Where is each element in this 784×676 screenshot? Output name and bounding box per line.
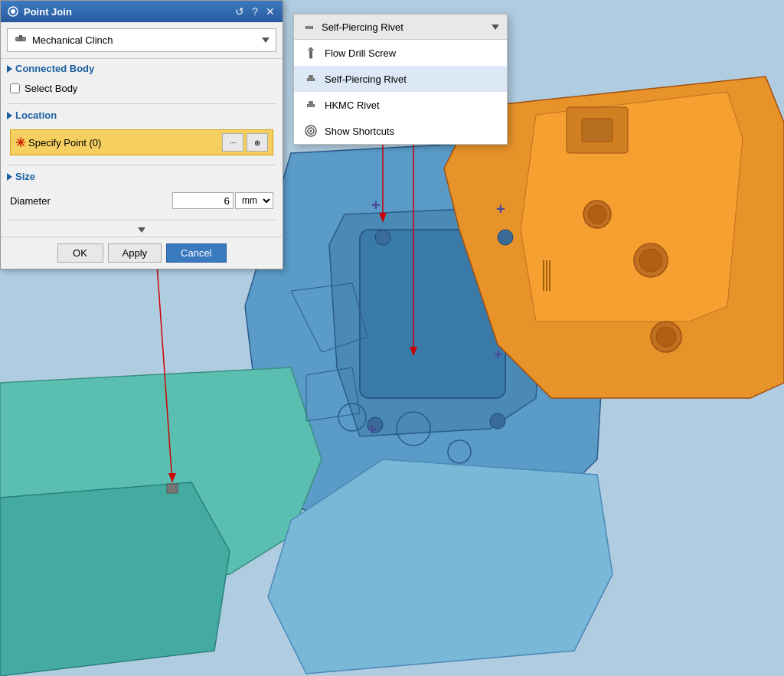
- svg-point-19: [588, 205, 606, 224]
- title-bar-left: Point Join: [7, 5, 72, 18]
- hkmc-rivet-label: HKMC Rivet: [325, 100, 380, 111]
- svg-point-35: [22, 38, 25, 41]
- hkmc-rivet-icon: [303, 97, 318, 113]
- type-dropdown-menu: Self-Piercing Rivet Flow Drill Screw Sel…: [293, 14, 508, 145]
- menu-item-self-piercing-rivet[interactable]: Self-Piercing Rivet: [294, 66, 507, 92]
- show-shortcuts-icon: [303, 123, 318, 139]
- type-label: Mechanical Clinch: [32, 34, 113, 46]
- size-section: Size Diameter mm in: [1, 167, 283, 218]
- svg-rect-36: [19, 35, 22, 37]
- size-expand-icon: [7, 173, 12, 181]
- menu-item-flow-drill-screw[interactable]: Flow Drill Screw: [294, 40, 507, 66]
- svg-rect-44: [309, 75, 313, 78]
- self-piercing-rivet-icon: [303, 71, 318, 87]
- svg-point-21: [639, 249, 662, 272]
- location-section: Location ✳ Specify Point (0) ··· ⊕: [1, 106, 283, 163]
- connected-body-label: Connected Body: [15, 63, 94, 74]
- svg-point-8: [498, 230, 513, 245]
- ok-button[interactable]: OK: [57, 243, 103, 263]
- select-body-row: Select Body: [10, 81, 273, 96]
- dialog-title: Point Join: [24, 6, 72, 18]
- svg-point-45: [308, 104, 311, 107]
- svg-point-7: [375, 230, 390, 245]
- select-body-label: Select Body: [24, 83, 77, 94]
- diameter-input[interactable]: [172, 192, 234, 209]
- help-button[interactable]: ?: [250, 5, 260, 18]
- menu-item-show-shortcuts[interactable]: Show Shortcuts: [294, 118, 507, 144]
- diameter-label: Diameter: [10, 195, 51, 207]
- svg-rect-39: [309, 47, 312, 57]
- cancel-button[interactable]: Cancel: [166, 243, 226, 263]
- svg-rect-24: [167, 484, 178, 493]
- svg-point-34: [16, 38, 19, 41]
- diameter-input-group: mm in: [172, 192, 273, 209]
- type-dropdown-value: Mechanical Clinch: [14, 32, 113, 48]
- type-dropdown-arrow: [262, 38, 270, 43]
- svg-point-10: [490, 413, 505, 429]
- svg-point-43: [311, 78, 314, 81]
- flow-drill-screw-icon: [303, 45, 318, 60]
- divider-1: [7, 103, 276, 104]
- divider-3: [7, 220, 276, 220]
- specify-point-label: Specify Point (0): [28, 137, 219, 149]
- title-bar-controls: ↺ ? ✕: [234, 5, 276, 18]
- location-header[interactable]: Location: [1, 106, 283, 125]
- size-content: Diameter mm in: [1, 186, 283, 218]
- location-content: ✳ Specify Point (0) ··· ⊕: [1, 125, 283, 163]
- svg-point-32: [11, 9, 15, 14]
- point-dots-button[interactable]: ···: [222, 133, 243, 152]
- svg-text:+: +: [496, 201, 505, 217]
- type-dropdown[interactable]: Mechanical Clinch: [7, 28, 276, 52]
- connected-body-content: Select Body: [1, 78, 283, 102]
- dialog-panel: Point Join ↺ ? ✕ Mechanical Clinch: [0, 0, 283, 269]
- svg-point-42: [308, 78, 311, 81]
- expand-more-button[interactable]: [1, 222, 283, 237]
- size-header[interactable]: Size: [1, 167, 283, 186]
- required-icon: ✳: [15, 136, 25, 150]
- dropdown-menu-header-inner: Self-Piercing Rivet: [302, 19, 403, 34]
- svg-rect-47: [309, 101, 313, 104]
- connected-body-expand-icon: [7, 65, 12, 73]
- diameter-row: Diameter mm in: [10, 189, 273, 212]
- connected-body-section: Connected Body Select Body: [1, 59, 283, 102]
- dialog-footer: OK Apply Cancel: [1, 237, 283, 269]
- connected-body-header[interactable]: Connected Body: [1, 59, 283, 78]
- menu-header-arrow: [492, 24, 499, 30]
- location-label: Location: [15, 109, 57, 121]
- menu-item-hkmc-rivet[interactable]: HKMC Rivet: [294, 92, 507, 118]
- menu-header-icon: [302, 19, 317, 34]
- specify-point-row[interactable]: ✳ Specify Point (0) ··· ⊕: [10, 129, 273, 155]
- dropdown-menu-header[interactable]: Self-Piercing Rivet: [294, 15, 507, 40]
- close-button[interactable]: ✕: [264, 5, 276, 18]
- show-shortcuts-label: Show Shortcuts: [325, 126, 394, 137]
- svg-marker-40: [309, 57, 313, 59]
- divider-2: [7, 165, 276, 165]
- svg-point-23: [656, 327, 676, 347]
- select-body-checkbox[interactable]: [10, 83, 20, 93]
- svg-text:+: +: [368, 421, 377, 438]
- location-expand-icon: [7, 112, 12, 119]
- size-label: Size: [15, 171, 35, 182]
- reset-button[interactable]: ↺: [234, 5, 246, 18]
- svg-rect-6: [582, 119, 612, 142]
- point-join-icon: [7, 5, 19, 18]
- self-piercing-rivet-label: Self-Piercing Rivet: [325, 73, 407, 85]
- svg-text:+: +: [494, 346, 503, 363]
- svg-text:+: +: [371, 197, 381, 214]
- svg-rect-41: [308, 49, 314, 51]
- type-selector: Mechanical Clinch: [1, 22, 283, 59]
- flow-drill-screw-label: Flow Drill Screw: [325, 47, 396, 59]
- menu-header-label: Self-Piercing Rivet: [322, 21, 403, 33]
- dialog-title-bar: Point Join ↺ ? ✕: [1, 1, 283, 22]
- unit-dropdown[interactable]: mm in: [235, 192, 273, 209]
- svg-point-50: [310, 130, 312, 132]
- svg-point-37: [306, 26, 309, 29]
- point-crosshair-button[interactable]: ⊕: [247, 133, 268, 152]
- type-icon: [14, 32, 28, 48]
- expand-more-icon: [138, 227, 145, 233]
- svg-point-46: [311, 104, 314, 107]
- apply-button[interactable]: Apply: [108, 243, 162, 263]
- svg-point-38: [309, 26, 312, 29]
